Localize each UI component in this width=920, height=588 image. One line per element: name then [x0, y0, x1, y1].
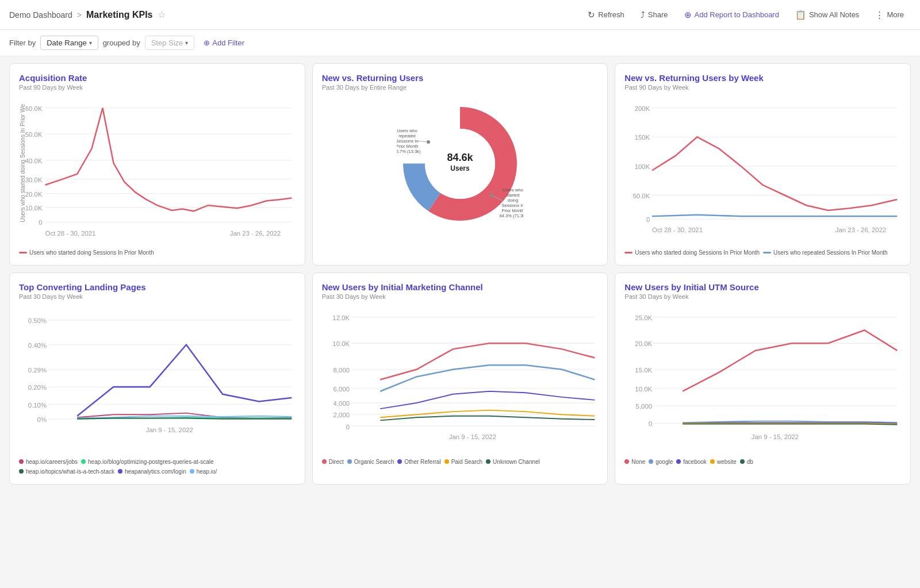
legend-item-website: website	[710, 459, 737, 465]
svg-text:0: 0	[39, 219, 42, 226]
svg-text:10.0K: 10.0K	[25, 205, 43, 212]
add-report-icon: ⊕	[684, 10, 692, 20]
grouped-by-label: grouped by	[103, 39, 140, 47]
legend-line-returning	[763, 252, 771, 253]
add-filter-button[interactable]: ⊕ Add Filter	[199, 36, 249, 49]
svg-text:84.3% (71.3k): 84.3% (71.3k)	[500, 213, 523, 218]
svg-text:5,000: 5,000	[636, 403, 652, 410]
svg-text:4,000: 4,000	[333, 400, 349, 407]
new-vs-returning-week-svg: 200K 150K 100K 50.0K 0 Users Oct 28 - 30…	[624, 98, 901, 243]
share-icon: ⤴	[641, 10, 645, 20]
new-users-channel-title: New Users by Initial Marketing Channel	[322, 282, 599, 292]
legend-item-direct: Direct	[322, 459, 344, 465]
acquisition-rate-svg: 60.0K 50.0K 40.0K 30.0K 20.0K 10.0K 0 Us…	[19, 98, 296, 243]
legend-dot-direct	[322, 459, 327, 464]
favorite-icon[interactable]: ☆	[158, 9, 166, 20]
legend-line-new	[624, 252, 632, 253]
svg-text:0.40%: 0.40%	[28, 342, 47, 349]
notes-icon: 📋	[795, 10, 806, 20]
new-users-channel-subtitle: Past 30 Days by Week	[322, 293, 599, 300]
legend-item-unknown: Unknown Channel	[486, 459, 540, 465]
svg-text:60.0K: 60.0K	[25, 105, 43, 112]
svg-text:12.0K: 12.0K	[332, 314, 350, 321]
more-icon: ⋮	[875, 10, 884, 20]
svg-text:Sessions In: Sessions In	[397, 139, 418, 144]
legend-dot-organic	[347, 459, 352, 464]
svg-text:Oct 28 - 30, 2021: Oct 28 - 30, 2021	[45, 230, 96, 237]
new-vs-returning-week-legend: Users who started doing Sessions In Prio…	[624, 249, 901, 256]
new-vs-returning-title: New vs. Returning Users	[322, 73, 599, 83]
svg-text:Users: Users	[450, 164, 470, 172]
svg-text:25.0K: 25.0K	[635, 314, 653, 321]
legend-item-db: db	[740, 459, 753, 465]
svg-text:0: 0	[646, 216, 650, 223]
legend-dot-db	[740, 459, 745, 464]
donut-svg: 84.6k Users Users who repeated Sessions …	[397, 101, 523, 227]
new-users-utm-legend: None google facebook website db	[624, 459, 901, 465]
legend-item-referral: Other Referral	[397, 459, 440, 465]
legend-dot-careers	[19, 459, 24, 464]
svg-text:2,000: 2,000	[333, 412, 349, 418]
filter-bar: Filter by Date Range ▾ grouped by Step S…	[0, 30, 920, 56]
legend-dot-website	[710, 459, 715, 464]
breadcrumb-separator: >	[77, 10, 82, 20]
svg-text:6,000: 6,000	[333, 386, 349, 393]
svg-text:Jan 9 - 15, 2022: Jan 9 - 15, 2022	[146, 426, 193, 433]
new-users-channel-chart: 12.0K 10.0K 8,000 6,000 4,000 2,000 0 Se…	[322, 307, 599, 465]
legend-item-facebook: facebook	[676, 459, 707, 465]
top-converting-svg: 0.50% 0.40% 0.29% 0.20% 0.10% 0% Convers…	[19, 307, 296, 452]
legend-dot-topics	[19, 469, 24, 474]
svg-text:0: 0	[346, 423, 349, 430]
new-users-channel-legend: Direct Organic Search Other Referral Pai…	[322, 459, 599, 465]
refresh-icon: ↻	[588, 10, 595, 20]
svg-text:0.20%: 0.20%	[28, 384, 47, 391]
svg-text:30.0K: 30.0K	[25, 176, 43, 183]
svg-text:Users who: Users who	[397, 128, 417, 133]
add-report-button[interactable]: ⊕ Add Report to Dashboard	[677, 6, 786, 24]
acquisition-rate-legend: Users who started doing Sessions In Prio…	[19, 249, 296, 256]
dashboard-grid: Acquisition Rate Past 90 Days by Week 60…	[0, 56, 920, 491]
new-vs-returning-week-chart: 200K 150K 100K 50.0K 0 Users Oct 28 - 30…	[624, 98, 901, 256]
new-vs-returning-week-card: New vs. Returning Users by Week Past 90 …	[615, 63, 911, 266]
step-size-arrow-icon: ▾	[185, 40, 188, 46]
page-header: Demo Dashboard > Marketing KPIs ☆ ↻ Refr…	[0, 0, 920, 30]
legend-dot-heapio	[190, 469, 194, 474]
svg-text:0.29%: 0.29%	[28, 367, 47, 374]
breadcrumb-home[interactable]: Demo Dashboard	[9, 10, 72, 20]
date-range-arrow-icon: ▾	[89, 40, 92, 46]
svg-text:10.0K: 10.0K	[332, 340, 350, 347]
legend-item-heapio: heap.io/	[190, 468, 217, 475]
step-size-filter[interactable]: Step Size ▾	[145, 36, 195, 50]
top-converting-title: Top Converting Landing Pages	[19, 282, 296, 292]
svg-text:50.0K: 50.0K	[25, 131, 43, 138]
svg-point-36	[490, 194, 493, 197]
top-converting-chart: 0.50% 0.40% 0.29% 0.20% 0.10% 0% Convers…	[19, 307, 296, 475]
svg-text:10.0K: 10.0K	[635, 386, 653, 393]
svg-point-19	[425, 129, 495, 199]
new-users-utm-card: New Users by Initial UTM Source Past 30 …	[615, 272, 911, 485]
refresh-button[interactable]: ↻ Refresh	[581, 6, 631, 24]
svg-point-28	[427, 140, 430, 144]
acquisition-rate-card: Acquisition Rate Past 90 Days by Week 60…	[9, 63, 305, 266]
svg-text:0%: 0%	[37, 416, 47, 423]
more-button[interactable]: ⋮ More	[868, 6, 911, 24]
show-notes-button[interactable]: 📋 Show All Notes	[788, 6, 866, 24]
date-range-filter[interactable]: Date Range ▾	[40, 36, 98, 50]
svg-text:8,000: 8,000	[333, 367, 349, 374]
svg-text:0: 0	[649, 420, 652, 427]
new-vs-returning-card: New vs. Returning Users Past 30 Days by …	[312, 63, 608, 266]
add-filter-icon: ⊕	[204, 39, 210, 47]
svg-text:84.6k: 84.6k	[447, 152, 473, 163]
legend-item-google: google	[649, 459, 673, 465]
legend-item-careers: heap.io/careers/jobs	[19, 459, 78, 465]
new-users-utm-title: New Users by Initial UTM Source	[624, 282, 901, 292]
svg-text:repeated: repeated	[398, 133, 416, 139]
share-button[interactable]: ⤴ Share	[634, 6, 675, 23]
svg-text:Jan 23 - 26, 2022: Jan 23 - 26, 2022	[230, 230, 281, 237]
svg-text:15.0K: 15.0K	[635, 367, 653, 374]
new-users-channel-svg: 12.0K 10.0K 8,000 6,000 4,000 2,000 0 Se…	[322, 307, 599, 452]
top-converting-card: Top Converting Landing Pages Past 30 Day…	[9, 272, 305, 485]
svg-text:40.0K: 40.0K	[25, 157, 43, 164]
svg-text:started: started	[507, 193, 520, 198]
legend-dot-google	[649, 459, 653, 464]
